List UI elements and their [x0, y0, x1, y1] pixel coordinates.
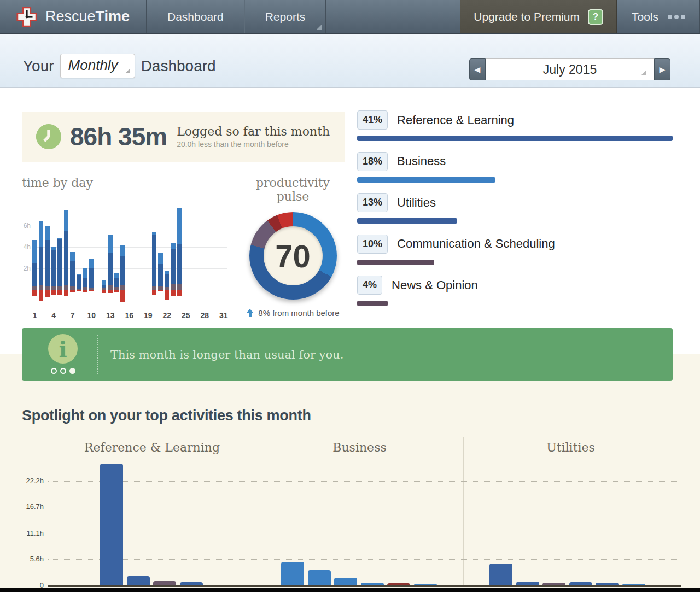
title-suffix: Dashboard — [141, 57, 216, 75]
help-icon[interactable]: ? — [588, 9, 603, 25]
neutral-segment — [39, 285, 44, 290]
very_productive-segment — [45, 226, 50, 240]
category-row-reference-and-learning[interactable]: 41%Reference & Learning — [357, 110, 673, 152]
spotlight-bar-reference-and-learning-1[interactable] — [100, 464, 123, 585]
nav-item-reports-label: Reports — [265, 10, 306, 24]
dashboard-widgets: 86h 35m Logged so far this month 20.0h l… — [0, 88, 700, 354]
category-label: News & Opinion — [392, 278, 478, 292]
chevron-down-icon — [317, 25, 322, 30]
productive-segment — [177, 244, 182, 284]
category-pct-badge: 13% — [357, 193, 388, 212]
pulse-change: 8% from month before — [240, 308, 346, 318]
y-tick-22.2h: 22.2h — [15, 477, 44, 485]
x-tick-day-22: 22 — [160, 311, 173, 320]
category-bar — [357, 260, 434, 265]
category-row-news-and-opinion[interactable]: 4%News & Opinion — [357, 276, 673, 317]
spotlight-bar-utilities-2[interactable] — [516, 582, 539, 585]
category-row-communication-and-scheduling[interactable]: 10%Communication & Scheduling — [357, 235, 673, 276]
neutral-segment — [45, 286, 50, 290]
neutral-segment — [89, 288, 94, 290]
very_productive-segment — [102, 280, 107, 285]
gridline-6h — [32, 226, 227, 226]
very_productive-segment — [89, 259, 94, 268]
very_productive-segment — [165, 271, 170, 274]
distracting-segment — [120, 290, 125, 302]
next-month-button[interactable]: ▶ — [654, 58, 670, 80]
neutral-segment — [171, 284, 176, 290]
very_productive-segment — [39, 221, 44, 247]
spotlight-bar-business-3[interactable] — [334, 578, 357, 585]
spotlight-heading: Spotlight on your top activities this mo… — [22, 407, 311, 424]
productive-segment — [51, 250, 56, 286]
productivity-pulse-title: productivity pulse — [240, 176, 346, 203]
neutral-segment — [51, 286, 56, 290]
gridline-16.7h — [48, 507, 678, 507]
tools-menu[interactable]: Tools — [617, 0, 700, 33]
nav-item-reports[interactable]: Reports — [244, 0, 326, 33]
month-dropdown[interactable]: July 2015 — [486, 58, 654, 80]
period-dropdown[interactable]: Monthly — [60, 54, 135, 78]
pulse-donut-chart: 70 — [249, 212, 337, 300]
neutral-segment — [102, 288, 107, 290]
spotlight-bar-business-2[interactable] — [308, 570, 331, 585]
info-icon: i — [48, 334, 78, 364]
pagination-dot[interactable] — [51, 368, 57, 374]
rescuetime-logo-icon — [15, 5, 38, 28]
insight-banner: i This month is longer than usual for yo… — [22, 328, 673, 381]
very_productive-segment — [70, 252, 75, 262]
productive-segment — [77, 275, 81, 289]
banner-pagination-dots[interactable] — [48, 368, 78, 374]
very_productive-segment — [32, 240, 37, 263]
brand-name: RescueTime — [45, 8, 130, 25]
dropdown-triangle-icon — [641, 70, 646, 75]
upgrade-to-premium-button[interactable]: Upgrade to Premium ? — [460, 0, 617, 33]
y-tick-11.1h: 11.1h — [15, 529, 44, 537]
distracting-segment — [177, 290, 182, 296]
distracting-segment — [77, 290, 81, 291]
neutral-segment — [83, 287, 88, 290]
productive-segment — [165, 274, 170, 287]
category-row-utilities[interactable]: 13%Utilities — [357, 193, 673, 235]
brand[interactable]: RescueTime — [0, 0, 147, 33]
ellipsis-icon — [666, 15, 685, 19]
productive-segment — [32, 263, 37, 286]
category-head: 41%Reference & Learning — [357, 110, 673, 130]
category-pct-badge: 18% — [357, 152, 388, 171]
nav-item-dashboard[interactable]: Dashboard — [147, 0, 244, 33]
x-tick-day-13: 13 — [104, 311, 117, 320]
x-axis-line — [48, 585, 681, 587]
distracting-segment — [51, 290, 56, 295]
gridline-22.2h — [48, 481, 678, 482]
x-tick-day-10: 10 — [85, 311, 98, 320]
spotlight-bar-reference-and-learning-3[interactable] — [153, 581, 176, 585]
neutral-segment — [77, 289, 81, 290]
category-pct-badge: 4% — [357, 276, 382, 295]
distracting-segment — [114, 290, 119, 292]
distracting-segment — [70, 290, 75, 292]
category-head: 18%Business — [357, 152, 673, 171]
productive-segment — [64, 231, 69, 285]
spotlight-bar-reference-and-learning-2[interactable] — [127, 576, 150, 585]
y-tick-4h: 4h — [22, 243, 31, 251]
upgrade-label: Upgrade to Premium — [474, 10, 580, 24]
previous-month-button[interactable]: ◀ — [469, 58, 486, 80]
spotlight-bar-utilities-1[interactable] — [489, 564, 512, 585]
distracting-segment — [165, 290, 170, 300]
distracting-segment — [102, 290, 107, 293]
pagination-dot-active[interactable] — [69, 368, 75, 374]
y-tick-2h: 2h — [22, 265, 31, 272]
very_productive-segment — [77, 274, 81, 275]
productive-segment — [171, 249, 176, 284]
category-label: Communication & Scheduling — [397, 237, 555, 251]
nav-right: Upgrade to Premium ? Tools — [460, 0, 700, 33]
spotlight-bar-business-1[interactable] — [281, 562, 304, 585]
pulse-donut-center: 70 — [264, 226, 323, 285]
productive-segment — [45, 240, 50, 286]
pagination-dot[interactable] — [60, 368, 66, 374]
logged-time-summary: 86h 35m Logged so far this month 20.0h l… — [22, 112, 345, 162]
very_productive-segment — [152, 232, 157, 235]
y-tick-6h: 6h — [22, 222, 31, 230]
category-bar — [357, 177, 495, 183]
hours-logged-label: Logged so far this month — [177, 125, 330, 138]
category-row-business[interactable]: 18%Business — [357, 152, 673, 194]
